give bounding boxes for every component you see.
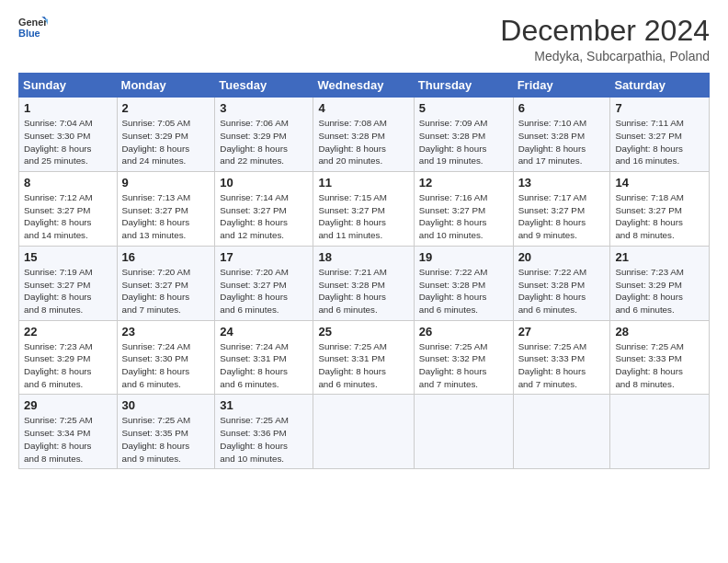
day-number: 17 — [220, 250, 308, 264]
calendar-cell: 6Sunrise: 7:10 AM Sunset: 3:28 PM Daylig… — [513, 98, 610, 172]
day-number: 15 — [24, 250, 112, 264]
calendar-day-header: Saturday — [610, 74, 710, 98]
svg-text:Blue: Blue — [18, 28, 40, 39]
calendar-cell — [610, 395, 710, 469]
day-info: Sunrise: 7:25 AM Sunset: 3:36 PM Dayligh… — [220, 414, 308, 465]
calendar-cell: 13Sunrise: 7:17 AM Sunset: 3:27 PM Dayli… — [513, 172, 610, 247]
day-info: Sunrise: 7:09 AM Sunset: 3:28 PM Dayligh… — [419, 117, 508, 167]
calendar-cell: 16Sunrise: 7:20 AM Sunset: 3:27 PM Dayli… — [117, 246, 215, 320]
calendar-cell — [414, 395, 513, 469]
day-info: Sunrise: 7:05 AM Sunset: 3:29 PM Dayligh… — [122, 117, 210, 167]
calendar-cell: 19Sunrise: 7:22 AM Sunset: 3:28 PM Dayli… — [414, 246, 513, 320]
calendar-day-header: Tuesday — [215, 74, 313, 98]
day-number: 4 — [318, 101, 408, 115]
calendar-body: 1Sunrise: 7:04 AM Sunset: 3:30 PM Daylig… — [19, 98, 710, 469]
day-number: 22 — [24, 325, 112, 339]
calendar-week-row: 8Sunrise: 7:12 AM Sunset: 3:27 PM Daylig… — [19, 172, 710, 247]
day-number: 30 — [122, 398, 210, 412]
calendar-cell: 14Sunrise: 7:18 AM Sunset: 3:27 PM Dayli… — [610, 172, 710, 247]
day-info: Sunrise: 7:17 AM Sunset: 3:27 PM Dayligh… — [518, 191, 606, 242]
day-number: 26 — [419, 325, 508, 339]
calendar-cell: 7Sunrise: 7:11 AM Sunset: 3:27 PM Daylig… — [610, 98, 710, 172]
calendar-cell: 18Sunrise: 7:21 AM Sunset: 3:28 PM Dayli… — [313, 246, 414, 320]
day-number: 24 — [220, 325, 308, 339]
calendar-day-header: Monday — [117, 74, 215, 98]
day-info: Sunrise: 7:25 AM Sunset: 3:34 PM Dayligh… — [24, 414, 112, 465]
day-info: Sunrise: 7:22 AM Sunset: 3:28 PM Dayligh… — [419, 266, 508, 316]
day-info: Sunrise: 7:23 AM Sunset: 3:29 PM Dayligh… — [24, 340, 112, 391]
day-info: Sunrise: 7:20 AM Sunset: 3:27 PM Dayligh… — [220, 266, 308, 316]
calendar-cell: 15Sunrise: 7:19 AM Sunset: 3:27 PM Dayli… — [19, 246, 118, 320]
day-number: 7 — [615, 101, 704, 115]
day-number: 13 — [518, 176, 606, 190]
logo-icon: General Blue — [18, 15, 48, 40]
day-number: 8 — [24, 176, 112, 190]
subtitle: Medyka, Subcarpathia, Poland — [500, 49, 710, 63]
day-info: Sunrise: 7:12 AM Sunset: 3:27 PM Dayligh… — [24, 191, 112, 242]
page: General Blue December 2024 Medyka, Subca… — [0, 0, 728, 563]
calendar-day-header: Thursday — [414, 74, 513, 98]
calendar-cell: 22Sunrise: 7:23 AM Sunset: 3:29 PM Dayli… — [19, 320, 118, 395]
calendar-cell: 2Sunrise: 7:05 AM Sunset: 3:29 PM Daylig… — [117, 98, 215, 172]
day-number: 11 — [318, 176, 408, 190]
calendar-cell: 23Sunrise: 7:24 AM Sunset: 3:30 PM Dayli… — [117, 320, 215, 395]
day-info: Sunrise: 7:18 AM Sunset: 3:27 PM Dayligh… — [615, 191, 704, 242]
calendar-cell: 25Sunrise: 7:25 AM Sunset: 3:31 PM Dayli… — [313, 320, 414, 395]
calendar-day-header: Wednesday — [313, 74, 414, 98]
day-number: 31 — [220, 398, 308, 412]
day-info: Sunrise: 7:23 AM Sunset: 3:29 PM Dayligh… — [615, 266, 704, 316]
calendar-cell: 20Sunrise: 7:22 AM Sunset: 3:28 PM Dayli… — [513, 246, 610, 320]
day-info: Sunrise: 7:13 AM Sunset: 3:27 PM Dayligh… — [122, 191, 210, 242]
day-info: Sunrise: 7:16 AM Sunset: 3:27 PM Dayligh… — [419, 191, 508, 242]
calendar-cell: 3Sunrise: 7:06 AM Sunset: 3:29 PM Daylig… — [215, 98, 313, 172]
calendar-cell: 30Sunrise: 7:25 AM Sunset: 3:35 PM Dayli… — [117, 395, 215, 469]
calendar-week-row: 15Sunrise: 7:19 AM Sunset: 3:27 PM Dayli… — [19, 246, 710, 320]
calendar-day-header: Sunday — [19, 74, 118, 98]
day-info: Sunrise: 7:24 AM Sunset: 3:31 PM Dayligh… — [220, 340, 308, 391]
day-number: 28 — [615, 325, 704, 339]
day-info: Sunrise: 7:25 AM Sunset: 3:31 PM Dayligh… — [318, 340, 408, 391]
calendar-cell: 4Sunrise: 7:08 AM Sunset: 3:28 PM Daylig… — [313, 98, 414, 172]
day-info: Sunrise: 7:25 AM Sunset: 3:33 PM Dayligh… — [518, 340, 606, 391]
calendar-cell: 26Sunrise: 7:25 AM Sunset: 3:32 PM Dayli… — [414, 320, 513, 395]
day-number: 25 — [318, 325, 408, 339]
day-info: Sunrise: 7:08 AM Sunset: 3:28 PM Dayligh… — [318, 117, 408, 167]
day-info: Sunrise: 7:25 AM Sunset: 3:32 PM Dayligh… — [419, 340, 508, 391]
day-number: 23 — [122, 325, 210, 339]
calendar-header-row: SundayMondayTuesdayWednesdayThursdayFrid… — [19, 74, 710, 98]
calendar-cell: 1Sunrise: 7:04 AM Sunset: 3:30 PM Daylig… — [19, 98, 118, 172]
month-title: December 2024 — [500, 15, 710, 47]
day-number: 19 — [419, 250, 508, 264]
day-number: 18 — [318, 250, 408, 264]
calendar-cell: 9Sunrise: 7:13 AM Sunset: 3:27 PM Daylig… — [117, 172, 215, 247]
calendar-cell: 17Sunrise: 7:20 AM Sunset: 3:27 PM Dayli… — [215, 246, 313, 320]
calendar-cell — [513, 395, 610, 469]
calendar-cell: 24Sunrise: 7:24 AM Sunset: 3:31 PM Dayli… — [215, 320, 313, 395]
day-info: Sunrise: 7:19 AM Sunset: 3:27 PM Dayligh… — [24, 266, 112, 316]
day-info: Sunrise: 7:20 AM Sunset: 3:27 PM Dayligh… — [122, 266, 210, 316]
calendar-week-row: 29Sunrise: 7:25 AM Sunset: 3:34 PM Dayli… — [19, 395, 710, 469]
title-block: December 2024 Medyka, Subcarpathia, Pola… — [500, 15, 710, 63]
day-number: 20 — [518, 250, 606, 264]
calendar-cell: 28Sunrise: 7:25 AM Sunset: 3:33 PM Dayli… — [610, 320, 710, 395]
calendar-cell: 27Sunrise: 7:25 AM Sunset: 3:33 PM Dayli… — [513, 320, 610, 395]
calendar-week-row: 22Sunrise: 7:23 AM Sunset: 3:29 PM Dayli… — [19, 320, 710, 395]
header: General Blue December 2024 Medyka, Subca… — [18, 15, 710, 63]
calendar-cell: 5Sunrise: 7:09 AM Sunset: 3:28 PM Daylig… — [414, 98, 513, 172]
day-info: Sunrise: 7:25 AM Sunset: 3:35 PM Dayligh… — [122, 414, 210, 465]
day-info: Sunrise: 7:24 AM Sunset: 3:30 PM Dayligh… — [122, 340, 210, 391]
calendar-day-header: Friday — [513, 74, 610, 98]
calendar-week-row: 1Sunrise: 7:04 AM Sunset: 3:30 PM Daylig… — [19, 98, 710, 172]
day-number: 5 — [419, 101, 508, 115]
calendar-cell: 31Sunrise: 7:25 AM Sunset: 3:36 PM Dayli… — [215, 395, 313, 469]
day-number: 10 — [220, 176, 308, 190]
day-info: Sunrise: 7:11 AM Sunset: 3:27 PM Dayligh… — [615, 117, 704, 167]
day-number: 29 — [24, 398, 112, 412]
day-info: Sunrise: 7:15 AM Sunset: 3:27 PM Dayligh… — [318, 191, 408, 242]
day-info: Sunrise: 7:06 AM Sunset: 3:29 PM Dayligh… — [220, 117, 308, 167]
day-number: 3 — [220, 101, 308, 115]
day-number: 9 — [122, 176, 210, 190]
day-info: Sunrise: 7:25 AM Sunset: 3:33 PM Dayligh… — [615, 340, 704, 391]
calendar-cell: 10Sunrise: 7:14 AM Sunset: 3:27 PM Dayli… — [215, 172, 313, 247]
calendar-cell: 11Sunrise: 7:15 AM Sunset: 3:27 PM Dayli… — [313, 172, 414, 247]
